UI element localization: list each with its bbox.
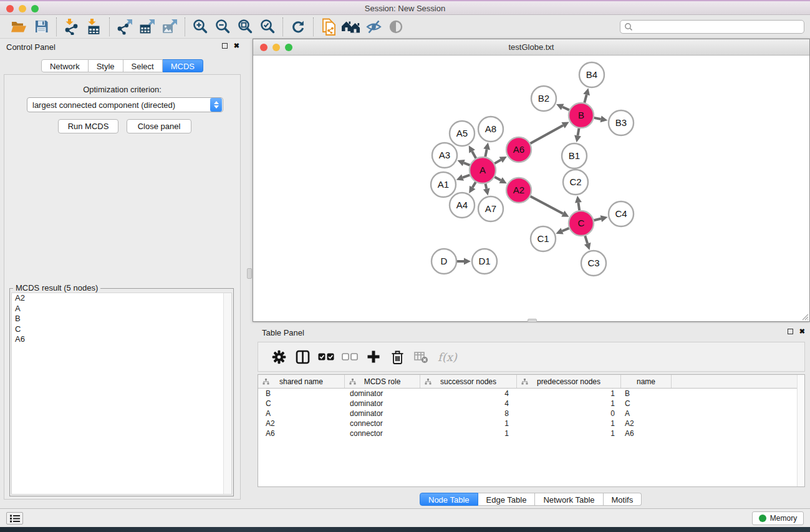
- import-table-button[interactable]: [83, 17, 105, 37]
- graph-edge-B-B3[interactable]: [594, 118, 601, 119]
- table-scrollbar[interactable]: [797, 375, 804, 486]
- graph-edge-B-B4[interactable]: [584, 95, 586, 103]
- tab-motifs[interactable]: Motifs: [604, 493, 642, 506]
- dropdown-stepper-icon: [210, 98, 222, 112]
- list-scrollbar[interactable]: [223, 293, 231, 494]
- mcds-result-item[interactable]: A2: [12, 293, 231, 304]
- refresh-icon: [290, 19, 306, 35]
- resize-grip-icon[interactable]: [801, 313, 809, 321]
- close-panel-button[interactable]: Close panel: [127, 119, 191, 133]
- graph-edge-A-A5[interactable]: [472, 152, 476, 158]
- memory-button[interactable]: Memory: [752, 511, 804, 525]
- graph-edge-A-A2[interactable]: [494, 177, 501, 180]
- search-field[interactable]: [620, 20, 804, 34]
- mcds-result-item[interactable]: A: [12, 304, 231, 314]
- open-session-button[interactable]: [7, 17, 30, 37]
- column-header-name[interactable]: name: [621, 375, 672, 388]
- table-row[interactable]: Adominator80A: [258, 409, 804, 418]
- graph-edge-C-C3[interactable]: [585, 236, 587, 243]
- export-image-button[interactable]: [158, 17, 181, 37]
- table-row[interactable]: Cdominator41C: [258, 399, 804, 409]
- table-row[interactable]: Bdominator41B: [258, 389, 804, 399]
- horizontal-splitter-grip[interactable]: [528, 319, 537, 322]
- network-window-titlebar[interactable]: testGlobe.txt: [253, 39, 809, 56]
- graph-edge-A-A3[interactable]: [464, 163, 470, 165]
- refresh-button[interactable]: [287, 17, 309, 37]
- zoom-in-button[interactable]: [189, 17, 211, 37]
- delete-table-button-disabled: [409, 345, 433, 369]
- show-panels-button[interactable]: [385, 17, 407, 37]
- toolbar-separator: [185, 17, 185, 36]
- table-settings-button[interactable]: [267, 345, 291, 369]
- graph-edge-A-A8[interactable]: [485, 149, 486, 157]
- optimization-criterion-select[interactable]: largest connected component (directed): [27, 97, 223, 112]
- close-table-panel-icon[interactable]: ✖: [799, 328, 805, 335]
- mcds-result-item[interactable]: A6: [12, 334, 231, 345]
- export-image-icon: [161, 18, 178, 35]
- table-cell: 0: [517, 409, 621, 418]
- table-row[interactable]: A6connector11A6: [258, 428, 804, 438]
- export-table-button[interactable]: [136, 17, 158, 37]
- close-panel-icon[interactable]: ✖: [234, 42, 239, 49]
- mcds-result-list: A2ABCA6: [11, 293, 232, 495]
- zoom-selected-button[interactable]: [256, 17, 279, 37]
- copy-network-button[interactable]: [317, 17, 340, 37]
- table-row[interactable]: A2connector11A2: [258, 418, 804, 428]
- graph-edge-A-A7[interactable]: [486, 184, 487, 189]
- zoom-fit-icon: [237, 18, 254, 35]
- graph-edge-C-C1[interactable]: [562, 228, 569, 231]
- add-column-button[interactable]: [362, 345, 385, 369]
- column-header-MCDS-role[interactable]: MCDS role: [345, 375, 420, 388]
- graph-node-label: C4: [615, 208, 627, 219]
- tab-select[interactable]: Select: [123, 59, 163, 72]
- tab-node-table[interactable]: Node Table: [420, 493, 478, 506]
- column-header-shared-name[interactable]: shared name: [258, 375, 345, 388]
- save-session-button[interactable]: [30, 17, 52, 37]
- table-cell: B: [258, 389, 345, 399]
- deselect-all-button[interactable]: [338, 345, 362, 369]
- import-network-button[interactable]: [60, 17, 83, 37]
- graph-edge-A-A4[interactable]: [473, 182, 476, 188]
- graph-edge-A6-B[interactable]: [530, 125, 563, 143]
- show-log-button[interactable]: [6, 512, 23, 525]
- tab-style[interactable]: Style: [89, 59, 123, 72]
- toolbar-separator: [109, 17, 110, 36]
- show-columns-button[interactable]: [291, 345, 314, 369]
- graph-edge-B-B1[interactable]: [578, 128, 579, 136]
- graph-edge-C-C2[interactable]: [578, 203, 579, 210]
- zoom-out-button[interactable]: [211, 17, 234, 37]
- copy-network-document-icon: [321, 18, 337, 36]
- function-builder-button-disabled: f(x): [433, 351, 457, 364]
- graph-edge-arrowhead: [600, 116, 608, 123]
- graph-edge-C-C4[interactable]: [594, 219, 600, 221]
- graph-edge-arrowhead: [483, 188, 490, 196]
- table-cell: A6: [621, 428, 672, 438]
- float-table-panel-icon[interactable]: [788, 329, 793, 334]
- graph-edge-A2-C[interactable]: [531, 196, 563, 214]
- import-network-icon: [63, 18, 80, 35]
- float-panel-icon[interactable]: [222, 43, 228, 49]
- tab-network-table[interactable]: Network Table: [535, 493, 603, 506]
- graph-edge-A-A1[interactable]: [463, 175, 470, 178]
- delete-column-button[interactable]: [385, 345, 409, 369]
- search-input[interactable]: [633, 22, 804, 31]
- tab-edge-table[interactable]: Edge Table: [478, 493, 536, 506]
- export-network-button[interactable]: [113, 17, 136, 37]
- zoom-fit-button[interactable]: [234, 17, 256, 37]
- tab-mcds[interactable]: MCDS: [163, 59, 203, 72]
- mcds-result-item[interactable]: C: [12, 324, 231, 335]
- graph-node-label: A: [480, 165, 486, 175]
- home-button[interactable]: [340, 17, 362, 37]
- column-header-predecessor-nodes[interactable]: predecessor nodes: [517, 375, 621, 388]
- table-tabs: Node TableEdge TableNetwork TableMotifs: [420, 493, 642, 506]
- tab-network[interactable]: Network: [41, 59, 89, 72]
- mcds-result-item[interactable]: B: [12, 314, 231, 324]
- graph-edge-A-A6[interactable]: [494, 160, 501, 163]
- graph-edge-B-B2[interactable]: [562, 107, 569, 110]
- network-graph-canvas[interactable]: AA1A2A3A4A5A6A7A8BB1B2B3B4CC1C2C3C4DD1: [253, 56, 809, 321]
- select-all-button[interactable]: [314, 345, 338, 369]
- column-header-successor-nodes[interactable]: successor nodes: [420, 375, 517, 388]
- run-mcds-button[interactable]: Run MCDS: [58, 119, 118, 133]
- hide-panels-button[interactable]: [362, 17, 385, 37]
- vertical-splitter-grip[interactable]: [247, 268, 252, 279]
